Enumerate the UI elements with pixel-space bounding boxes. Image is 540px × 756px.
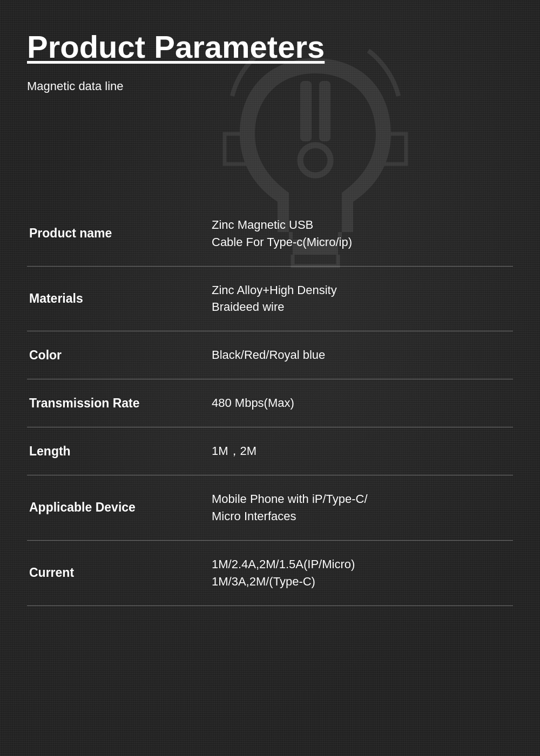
table-row: Current1M/2.4A,2M/1.5A(IP/Micro)1M/3A,2M… [27,540,513,605]
table-row: Transmission Rate480 Mbps(Max) [27,379,513,427]
param-value: 1M，2M [212,427,513,475]
param-label: Length [27,427,212,475]
page-title: Product Parameters [27,30,513,64]
param-value: 480 Mbps(Max) [212,379,513,427]
param-label: Applicable Device [27,475,212,541]
table-row: MaterialsZinc Alloy+High DensityBraideed… [27,266,513,331]
param-value: Mobile Phone with iP/Type-C/Micro Interf… [212,475,513,541]
param-label: Current [27,540,212,605]
subtitle: Magnetic data line [27,79,513,93]
param-value: Black/Red/Royal blue [212,331,513,379]
param-label: Materials [27,266,212,331]
table-row: Length1M，2M [27,427,513,475]
table-row: Product nameZinc Magnetic USBCable For T… [27,201,513,266]
param-value: Zinc Magnetic USBCable For Type-c(Micro/… [212,201,513,266]
param-value: Zinc Alloy+High DensityBraideed wire [212,266,513,331]
param-label: Color [27,331,212,379]
param-label: Product name [27,201,212,266]
param-value: 1M/2.4A,2M/1.5A(IP/Micro)1M/3A,2M/(Type-… [212,540,513,605]
table-row: Applicable DeviceMobile Phone with iP/Ty… [27,475,513,541]
params-table: Product nameZinc Magnetic USBCable For T… [27,201,513,606]
table-row: ColorBlack/Red/Royal blue [27,331,513,379]
main-content: Product Parameters Magnetic data line Pr… [0,0,540,649]
param-label: Transmission Rate [27,379,212,427]
